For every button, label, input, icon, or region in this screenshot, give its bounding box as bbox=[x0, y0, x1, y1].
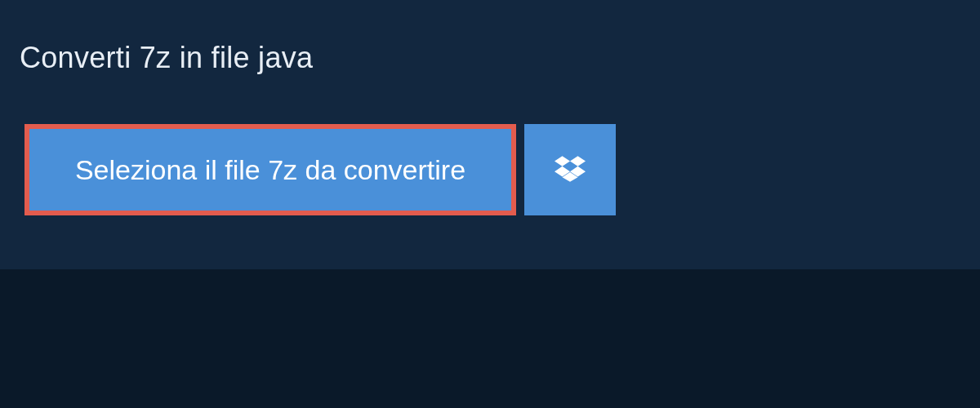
select-file-button[interactable]: Seleziona il file 7z da convertire bbox=[29, 129, 511, 211]
tab-header: Converti 7z in file java bbox=[0, 26, 337, 90]
main-panel: Converti 7z in file java Seleziona il fi… bbox=[0, 0, 980, 269]
select-file-highlight: Seleziona il file 7z da convertire bbox=[24, 124, 516, 215]
page-title: Converti 7z in file java bbox=[20, 41, 313, 75]
dropbox-button[interactable] bbox=[524, 124, 616, 215]
action-row: Seleziona il file 7z da convertire bbox=[24, 124, 616, 215]
dropbox-icon bbox=[555, 153, 586, 187]
select-file-label: Seleziona il file 7z da convertire bbox=[75, 154, 466, 186]
